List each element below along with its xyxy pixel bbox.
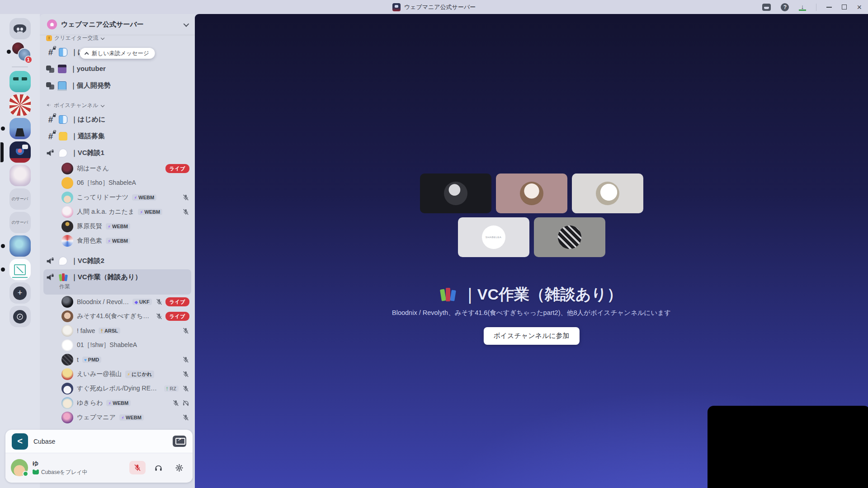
inbox-icon[interactable] — [762, 4, 771, 11]
update-download-icon[interactable]: ↓ — [799, 3, 806, 11]
voice-member-row[interactable]: こってりドーナツ ⚡WEBM — [40, 190, 195, 205]
deafen-button[interactable] — [150, 461, 166, 474]
forum-channel-icon — [46, 66, 54, 73]
user-panel: < Cubase ゆ Cubaseをプレイ中 — [5, 430, 193, 483]
pip-video[interactable] — [708, 406, 868, 488]
voice-channel-vc-zatsudan1[interactable]: ｜VC雑談1 — [43, 145, 191, 161]
server-folder-2[interactable]: のサーバ — [9, 212, 31, 233]
explore-servers-button[interactable] — [9, 306, 31, 327]
voice-channel-participants-summary: Bloodnix / Revolyth、みそす41.6(食べすぎちゃったpart… — [195, 309, 868, 317]
voice-member-row[interactable]: 01［!shw］ShabeleA — [40, 338, 195, 352]
voice-member-row[interactable]: 人間 a.k.a. カニたま ⚡WEBM — [40, 205, 195, 219]
avatar — [61, 221, 73, 232]
server-icon-miku[interactable] — [9, 235, 31, 257]
avatar — [61, 192, 73, 203]
unread-dot — [1, 267, 5, 272]
channel-kojin-kaihatsu[interactable]: ｜個人開発勢 — [43, 77, 191, 94]
voice-member-row[interactable]: 06［!sho］ShabeleA — [40, 176, 195, 190]
plus-icon: + — [13, 286, 27, 300]
avatar — [61, 354, 73, 366]
participant-tile[interactable] — [420, 174, 491, 213]
live-badge: ライブ — [165, 297, 189, 306]
voice-member-row[interactable]: みそす41.6(食べすぎちゃ… ライブ — [40, 309, 195, 324]
clapper-emoji-icon — [58, 65, 66, 73]
forum-channel-icon — [46, 82, 54, 89]
voice-member-row[interactable]: Bloodnix / Revolyth ◆UKF ライブ — [40, 295, 195, 309]
speaker-mini-icon — [46, 103, 52, 108]
server-tag: ◆UKF — [132, 299, 151, 305]
voice-member-row[interactable]: 胡はーさん ライブ — [40, 161, 195, 176]
deafened-icon — [182, 399, 189, 407]
activity-name: Cubase — [33, 438, 167, 445]
mic-muted-icon — [182, 385, 189, 392]
help-icon[interactable]: ? — [781, 3, 789, 11]
channel-youtuber[interactable]: ｜youtuber — [43, 61, 191, 77]
voice-channel-title: ｜VC作業（雑談あり） — [462, 284, 622, 305]
voice-member-row[interactable]: すぐ死ぬレボル/Dying REVOL †RZ — [40, 381, 195, 396]
server-icon-collage[interactable] — [9, 94, 31, 116]
voice-member-row[interactable]: ! falwe †ARSL — [40, 324, 195, 338]
avatar — [520, 182, 543, 205]
discord-home-button[interactable] — [9, 18, 31, 39]
server-icon-webmania-selected[interactable] — [9, 141, 31, 163]
voice-member-row[interactable]: 豚原長賢 ⚡WEBM — [40, 219, 195, 234]
settings-button[interactable] — [171, 461, 187, 474]
voice-member-row[interactable]: ウェブマニア ⚡WEBM — [40, 410, 195, 425]
mic-muted-icon — [182, 371, 189, 378]
channel-sidebar: ウェブマニア公式サーバー 新しい未読メッセージ ! クリエイター交流 # ｜はじ… — [40, 14, 195, 488]
unread-dot — [1, 127, 5, 131]
participant-tile[interactable] — [534, 217, 605, 257]
participant-tile[interactable] — [496, 174, 567, 213]
activity-card[interactable]: < Cubase — [5, 430, 193, 453]
unread-dot — [7, 50, 11, 54]
window-title: ウェブマニア公式サーバー — [404, 3, 476, 11]
dm-unread-badge: 1 — [24, 56, 33, 64]
join-voice-channel-button[interactable]: ボイスチャンネルに参加 — [483, 327, 579, 345]
compass-icon — [13, 310, 27, 324]
category-voice-channels[interactable]: ボイスチャンネル — [40, 99, 195, 111]
mic-mute-button[interactable] — [129, 461, 146, 474]
server-icon-easel[interactable] — [9, 259, 31, 280]
chevron-down-icon — [101, 36, 104, 40]
hand-emoji-icon — [59, 132, 67, 141]
books-emoji-icon — [59, 273, 67, 282]
voice-channel-vc-zatsudan2[interactable]: ｜VC雑談2 — [43, 253, 191, 269]
new-unread-messages-pill[interactable]: 新しい未読メッセージ — [80, 48, 155, 59]
user-bar[interactable]: ゆ Cubaseをプレイ中 — [5, 453, 193, 482]
server-icon-teal[interactable] — [9, 71, 31, 92]
channel-list[interactable]: 新しい未読メッセージ ! クリエイター交流 # ｜はじめに ｜youtuber … — [40, 35, 195, 425]
category-creator[interactable]: ! クリエイター交流 — [40, 32, 195, 44]
close-button[interactable]: × — [857, 3, 862, 11]
avatar — [61, 368, 73, 380]
live-badge: ライブ — [165, 312, 189, 321]
avatar — [61, 310, 73, 322]
channel-hajimeni-2[interactable]: # ｜はじめに — [43, 111, 191, 128]
server-tag: ⚡WEBM — [106, 400, 131, 406]
avatar — [61, 397, 73, 409]
avatar — [558, 225, 581, 249]
dm-avatars[interactable]: 1 — [9, 42, 31, 63]
voice-channel-main: SHABELEA ｜VC作業（雑談あり） Bloodnix / Revolyth… — [195, 14, 868, 488]
voice-member-row[interactable]: 食用色素 ⚡WEBM — [40, 234, 195, 248]
voice-member-row[interactable]: えいみー@福山 ⚡にじかれ — [40, 367, 195, 381]
voice-member-row[interactable]: t ♥PMD — [40, 352, 195, 367]
add-server-button[interactable]: + — [9, 282, 31, 304]
avatar[interactable] — [11, 459, 28, 476]
server-icon-suit[interactable] — [9, 118, 31, 139]
server-icon-anime-girl[interactable] — [9, 165, 31, 186]
avatar — [61, 296, 73, 308]
speech-bubble-emoji-icon — [59, 149, 67, 157]
screen-share-icon[interactable] — [173, 436, 186, 447]
book-emoji-icon — [59, 48, 67, 56]
minimize-button[interactable] — [826, 7, 832, 8]
channel-tsuwa-boshu[interactable]: # ｜通話募集 — [43, 128, 191, 145]
participant-tile[interactable] — [572, 174, 643, 213]
voice-channel-vc-sagyo-selected[interactable]: ｜VC作業（雑談あり） 作業 — [43, 269, 191, 295]
exclamation-icon: ! — [46, 35, 52, 41]
voice-member-row[interactable]: ゆきらわ ⚡WEBM — [40, 396, 195, 410]
participant-tile[interactable]: SHABELEA — [458, 217, 529, 257]
maximize-button[interactable] — [842, 5, 847, 9]
server-folder-1[interactable]: のサーバ — [9, 188, 31, 210]
mic-muted-icon — [182, 356, 189, 363]
avatar: SHABELEA — [482, 225, 505, 249]
